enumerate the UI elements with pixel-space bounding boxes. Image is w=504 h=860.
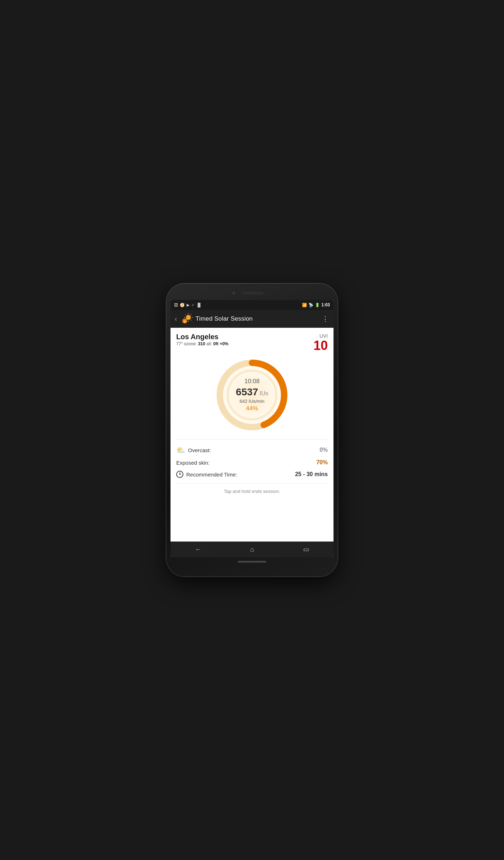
play-status-icon: ▶	[187, 303, 189, 307]
status-icons-right: 📶 📡 🔋 1:03	[302, 302, 330, 307]
overcast-icon: ⛅	[176, 446, 185, 454]
image-status-icon: 🖼	[174, 303, 178, 307]
battery-icon: 🔋	[315, 303, 320, 307]
app-icon: D	[181, 313, 193, 325]
time-left: Recommended Time:	[176, 471, 237, 478]
status-icons-left: 🖼 🧭 ▶ ✓ ▐▌	[174, 303, 202, 307]
bottom-navigation: ← ⌂ ▭	[171, 542, 333, 557]
main-content: Los Angeles 77° ozone: 310 alt: 0ft +0% …	[171, 328, 333, 542]
alt-label: alt:	[206, 341, 212, 346]
recommended-time-row: Recommended Time: 25 - 30 mins	[176, 468, 328, 480]
phone-bottom-bar	[171, 561, 333, 563]
completion-percent: 44%	[225, 405, 279, 412]
recents-nav-button[interactable]: ▭	[303, 545, 309, 553]
location-row: Los Angeles 77° ozone: 310 alt: 0ft +0% …	[176, 333, 328, 352]
overflow-menu-button[interactable]: ⋮	[322, 315, 329, 323]
overcast-row: ⛅ Overcast: 0%	[176, 443, 328, 457]
home-nav-button[interactable]: ⌂	[250, 546, 254, 553]
phone-top-hardware	[171, 288, 333, 298]
home-indicator	[238, 561, 266, 563]
clipboard-status-icon: ✓	[191, 303, 194, 307]
svg-line-9	[186, 320, 186, 321]
ozone-label: ozone:	[184, 341, 197, 346]
session-time: 10:08	[225, 378, 279, 385]
signal-icon: 📡	[308, 303, 313, 307]
speaker	[242, 292, 263, 294]
svg-point-2	[186, 315, 191, 320]
skin-left: Exposed skin:	[176, 460, 209, 466]
svg-line-7	[186, 315, 186, 315]
ius-rate: 642 IUs/min	[225, 399, 279, 404]
alt-value: 0ft	[213, 341, 219, 346]
phone-device: 🖼 🧭 ▶ ✓ ▐▌ 📶 📡 🔋 1:03 ‹ D	[166, 283, 338, 577]
recommended-time-value: 25 - 30 mins	[295, 471, 328, 478]
progress-circle-container: 10:08 6537 IUs 642 IUs/min 44%	[176, 356, 328, 434]
modifier: +0%	[220, 341, 228, 346]
ozone-value: 310	[198, 341, 205, 346]
clock-icon	[176, 471, 183, 478]
sensor	[270, 292, 272, 294]
phone-screen: 🖼 🧭 ▶ ✓ ▐▌ 📶 📡 🔋 1:03 ‹ D	[171, 300, 333, 557]
tap-hint: Tap and hold ends session.	[176, 483, 328, 495]
app-bar: ‹ D Timed Solar Session ⋮	[171, 310, 333, 328]
location-details: 77° ozone: 310 alt: 0ft +0%	[176, 341, 228, 346]
circle-inner: 10:08 6537 IUs 642 IUs/min 44%	[225, 378, 279, 412]
svg-line-8	[191, 315, 192, 315]
skin-row: Exposed skin: 70%	[176, 457, 328, 468]
uvi-value: 10	[313, 339, 328, 352]
circle-wrapper: 10:08 6537 IUs 642 IUs/min 44%	[213, 356, 291, 434]
overcast-label: Overcast:	[188, 447, 211, 453]
status-bar: 🖼 🧭 ▶ ✓ ▐▌ 📶 📡 🔋 1:03	[171, 300, 333, 310]
skin-label: Exposed skin:	[176, 460, 209, 466]
info-section: ⛅ Overcast: 0% Exposed skin: 70%	[176, 439, 328, 480]
wifi-icon: 📶	[302, 303, 307, 307]
app-title: Timed Solar Session	[196, 315, 319, 322]
skin-value: 70%	[316, 459, 328, 466]
uvi-display: UVI 10	[313, 333, 328, 352]
temperature: 77°	[176, 341, 183, 346]
location-info: Los Angeles 77° ozone: 310 alt: 0ft +0%	[176, 333, 228, 346]
nav-status-icon: 🧭	[180, 303, 185, 307]
back-button[interactable]: ‹	[175, 315, 177, 323]
overcast-value: 0%	[320, 447, 328, 453]
svg-line-10	[191, 320, 192, 321]
status-time: 1:03	[321, 302, 330, 307]
barcode-status-icon: ▐▌	[196, 303, 202, 307]
overcast-left: ⛅ Overcast:	[176, 446, 211, 454]
recommended-time-label: Recommended Time:	[186, 471, 237, 478]
ius-value: 6537	[236, 386, 258, 398]
front-camera	[232, 292, 235, 295]
back-nav-button[interactable]: ←	[195, 546, 201, 553]
location-name: Los Angeles	[176, 333, 228, 341]
ius-unit: IUs	[260, 390, 268, 397]
ius-row: 6537 IUs	[225, 386, 279, 398]
